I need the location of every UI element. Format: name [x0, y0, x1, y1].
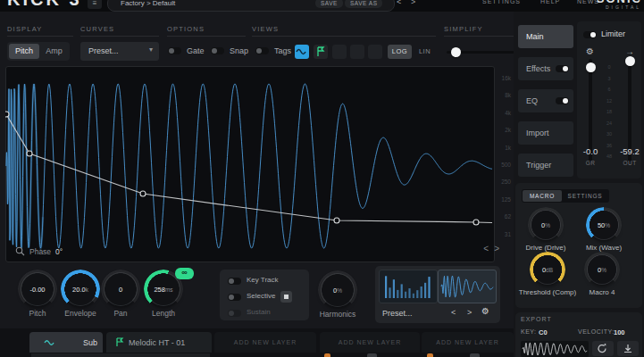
waveform-thumbnail[interactable]	[438, 270, 497, 303]
limiter-toggle[interactable]	[583, 31, 597, 38]
axis-tick-label: 62	[495, 213, 511, 220]
prev-preset-button[interactable]: <	[397, 0, 401, 6]
layer-bar: Sub Melodic HT - 01 ADD NEW LAYERADD NEW…	[0, 328, 514, 357]
limiter-panel: Limiter ⚙ → 036121824303648 -0.0 -59.2 G…	[577, 21, 641, 178]
tab-pitch[interactable]: Pitch	[9, 44, 39, 59]
axis-tick-label: 125	[495, 196, 511, 203]
export-refresh-button[interactable]	[592, 341, 614, 356]
envelope-knob[interactable]: 20.0k	[63, 272, 97, 306]
snap-label: Snap	[230, 46, 248, 55]
save-button[interactable]: SAVE	[315, 0, 343, 8]
add-new-layer-slot[interactable]: ADD NEW LAYER	[320, 332, 420, 353]
tab-macro[interactable]: MACRO	[523, 190, 562, 202]
pitch-knob[interactable]: -0.00	[21, 272, 54, 306]
next-preset-button[interactable]: >	[411, 0, 415, 6]
add-new-layer-slot[interactable]: ADD NEW LAYER	[422, 332, 514, 353]
spectrum-thumbnail[interactable]	[379, 270, 438, 303]
export-download-button[interactable]	[617, 341, 639, 356]
selective-mode-icon[interactable]	[280, 291, 292, 303]
tab-settings[interactable]: SETTINGS	[563, 190, 607, 202]
harmonics-knob[interactable]: 0%	[321, 273, 355, 307]
sidebar-item-import[interactable]: Import	[518, 121, 573, 145]
macro-knob-2[interactable]: 50%	[589, 210, 619, 240]
pan-knob[interactable]: 0	[104, 272, 138, 306]
export-key-label: KEY:	[521, 328, 537, 335]
curve-preset-dropdown[interactable]: Preset... ▾	[80, 42, 159, 61]
sidebar-item-trigger[interactable]: Trigger	[518, 154, 573, 177]
gr-slider-thumb[interactable]	[586, 62, 596, 72]
sustain-label: Sustain	[247, 308, 271, 316]
pitch-curve-view-button[interactable]	[295, 45, 309, 59]
app-title: KICK 3	[7, 0, 82, 10]
output-arrow-icon[interactable]: →	[625, 46, 634, 56]
sidebar-item-main[interactable]: Main	[518, 25, 573, 48]
save-as-button[interactable]: SAVE AS	[345, 0, 382, 8]
effects-toggle[interactable]	[556, 65, 569, 72]
snap-toggle[interactable]	[211, 47, 224, 54]
sidebar-item-effects[interactable]: Effects	[518, 57, 573, 80]
macro-knob-label: Drive (Drive)	[513, 244, 579, 252]
pitch-curve-display[interactable]: Phase 0° <>	[5, 66, 495, 262]
macro-knob-1[interactable]: 0%	[531, 210, 561, 240]
layer-tab-label: Melodic HT - 01	[129, 338, 185, 347]
macro-knob-3[interactable]: 0dB	[532, 254, 563, 285]
out-slider-thumb[interactable]	[625, 56, 635, 66]
layer-tab-sub[interactable]: Sub	[29, 332, 103, 353]
macro-knob-4[interactable]: 0%	[587, 254, 617, 285]
add-new-layer-slot[interactable]: ADD NEW LAYER	[214, 332, 316, 353]
axis-tick-label: 500	[495, 162, 511, 168]
export-velocity-label: VELOCITY:	[578, 328, 615, 335]
eq-toggle[interactable]	[556, 97, 569, 104]
wave-settings-gear-icon[interactable]: ⚙	[481, 306, 489, 316]
sidebar-item-eq[interactable]: EQ	[518, 89, 573, 112]
divider	[80, 36, 159, 37]
lin-scale-button[interactable]: LIN	[414, 45, 436, 59]
tags-toggle[interactable]	[255, 47, 269, 54]
sustain-toggle[interactable]	[228, 310, 241, 317]
magnifier-icon[interactable]	[15, 246, 25, 256]
wave-preset-panel: Preset... < > ⚙	[375, 266, 500, 323]
layer-tab-melodic[interactable]: Melodic HT - 01	[106, 332, 212, 353]
tags-label: Tags	[274, 46, 291, 55]
next-wave-icon[interactable]: >	[467, 308, 472, 317]
preset-path[interactable]: Factory > Default	[121, 0, 175, 7]
view-option-button-2[interactable]	[350, 45, 364, 59]
log-scale-button[interactable]: LOG	[388, 45, 412, 59]
key-track-toggle[interactable]	[228, 278, 241, 285]
axis-tick-label: 16k	[495, 75, 511, 81]
meter-scale-label: 18	[603, 109, 615, 114]
simplify-slider-thumb[interactable]	[451, 47, 461, 57]
menu-icon[interactable]: ≡	[88, 0, 102, 9]
mute-chip-cut	[470, 353, 480, 357]
mute-chip-cut	[367, 353, 377, 357]
section-display: DISPLAY	[7, 25, 43, 33]
solo-chip-cut	[427, 353, 433, 357]
view-option-button-1[interactable]	[332, 45, 347, 59]
display-nav-arrows[interactable]: <>	[483, 244, 505, 253]
flag-view-button[interactable]	[314, 45, 328, 59]
phase-value[interactable]: 0°	[55, 247, 63, 256]
export-velocity-value[interactable]: 100	[614, 328, 625, 336]
key-track-label: Key Track	[247, 276, 279, 284]
link-icon[interactable]: ∞	[175, 268, 194, 279]
export-key-value[interactable]: C0	[539, 328, 548, 336]
gear-icon[interactable]: ⚙	[586, 46, 594, 56]
help-button[interactable]: HELP	[540, 0, 560, 4]
meter-scale-label: 36	[603, 143, 615, 148]
selective-toggle[interactable]	[228, 294, 241, 301]
preset-browser-field[interactable]: Factory > Default SAVE SAVE AS	[107, 0, 395, 12]
header-bar: KICK 3 ≡ Factory > Default SAVE SAVE AS …	[0, 0, 644, 12]
gr-label: GR	[577, 160, 604, 166]
gate-toggle[interactable]	[168, 47, 181, 54]
layer-subrow-cut	[31, 353, 210, 357]
settings-button[interactable]: SETTINGS	[482, 0, 521, 4]
wave-preset-value[interactable]: Preset...	[382, 309, 413, 318]
meter-scale-label: 0	[603, 64, 615, 70]
brand-logo-sub: DIGITAL	[606, 4, 641, 10]
view-option-button-3[interactable]	[368, 45, 382, 59]
tab-amp[interactable]: Amp	[40, 44, 68, 59]
layer-tab-label: Sub	[83, 338, 97, 347]
prev-wave-icon[interactable]: <	[451, 308, 456, 317]
macro-knob-label: Mix (Wave)	[571, 244, 637, 252]
gr-readout: -0.0	[577, 146, 604, 156]
